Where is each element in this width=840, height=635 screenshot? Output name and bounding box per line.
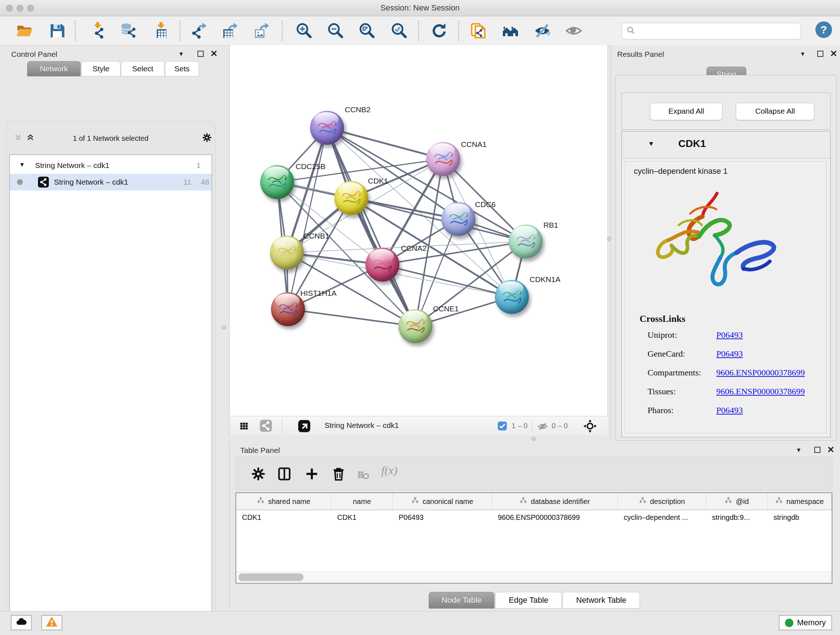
results-panel-float-icon[interactable] (817, 51, 823, 57)
columns-icon[interactable] (276, 466, 292, 483)
network-collection-row[interactable]: ▼ String Network – cdk1 1 (10, 157, 212, 174)
import-network-icon[interactable] (90, 22, 107, 40)
crosslink-link[interactable]: 9606.ENSP00000378699 (716, 368, 805, 378)
export-network-icon[interactable] (191, 22, 208, 40)
network-view-canvas[interactable]: CCNB2 CCNA1 CDC25B CDK1 CDC6 RB1 (229, 45, 608, 416)
network-node-ccna1[interactable] (426, 142, 460, 176)
table-cell[interactable]: 9606.ENSP00000378699 (492, 510, 618, 525)
search-box[interactable] (622, 23, 801, 40)
network-node-cdc25b[interactable] (260, 165, 294, 199)
import-table-icon[interactable] (153, 22, 171, 40)
export-image-icon[interactable] (253, 22, 271, 40)
table-row[interactable]: CDK1CDK1P064939606.ENSP00000378699cyclin… (236, 510, 832, 525)
hide-unhide-icon[interactable] (534, 22, 551, 40)
network-edge[interactable] (327, 128, 415, 326)
scrollbar-thumb[interactable] (238, 573, 303, 581)
tab-sets[interactable]: Sets (165, 61, 199, 76)
tab-style[interactable]: Style (81, 61, 120, 76)
table-panel-close-icon[interactable] (827, 446, 834, 454)
bottom-splitter-handle[interactable] (531, 437, 536, 441)
table-cell[interactable]: P06493 (393, 510, 492, 525)
open-folder-icon[interactable] (16, 22, 33, 40)
control-panel-menu-icon[interactable]: ▾ (180, 50, 183, 58)
houses-icon[interactable] (502, 22, 519, 40)
network-options-gear-icon[interactable] (202, 132, 212, 144)
hidden-eye-icon[interactable] (537, 421, 548, 433)
column-header--id[interactable]: @id (706, 493, 767, 510)
zoom-out-icon[interactable] (327, 22, 344, 40)
delete-table-icon[interactable] (357, 468, 370, 483)
table-cell[interactable]: CDK1 (332, 510, 393, 525)
zoom-fit-icon[interactable] (358, 22, 376, 40)
birdseye-grid-icon[interactable] (238, 420, 250, 433)
crosslink-link[interactable]: P06493 (716, 405, 743, 415)
network-node-hist1h1a[interactable] (271, 292, 305, 326)
network-node-ccne1[interactable] (398, 309, 432, 343)
search-input[interactable] (638, 27, 801, 36)
tab-network[interactable]: Network (27, 61, 81, 76)
gene-section-header[interactable]: ▼ CDK1 (622, 131, 830, 158)
table-panel-float-icon[interactable] (814, 447, 821, 453)
show-eye-icon[interactable] (565, 22, 583, 40)
control-panel-close-icon[interactable] (210, 50, 218, 58)
results-panel-close-icon[interactable] (830, 50, 837, 58)
table-cell[interactable]: CDK1 (236, 510, 332, 525)
horizontal-scrollbar[interactable] (236, 572, 832, 583)
right-splitter-handle[interactable] (607, 237, 611, 241)
column-header-name[interactable]: name (332, 493, 393, 510)
export-table-icon[interactable] (222, 22, 239, 40)
column-header-namespace[interactable]: namespace (767, 493, 832, 510)
column-header-canonical-name[interactable]: canonical name (393, 493, 492, 510)
column-header-description[interactable]: description (618, 493, 706, 510)
collapse-all-button[interactable]: Collapse All (736, 103, 814, 120)
results-panel-menu-icon[interactable]: ▾ (801, 50, 805, 58)
refresh-icon[interactable] (431, 22, 448, 40)
tab-edge-table[interactable]: Edge Table (495, 592, 562, 608)
network-node-rb1[interactable] (508, 225, 543, 258)
control-panel-float-icon[interactable] (197, 51, 204, 57)
collapse-triangle-icon[interactable]: ▼ (648, 140, 654, 148)
expand-all-button[interactable]: Expand All (650, 103, 722, 120)
zoom-selected-icon[interactable] (390, 22, 408, 40)
collapse-triangle-icon[interactable]: ▼ (19, 162, 25, 168)
import-database-icon[interactable] (120, 22, 137, 40)
table-panel-menu-icon[interactable]: ▾ (797, 446, 801, 454)
network-node-ccna2[interactable] (365, 248, 399, 282)
save-session-icon[interactable] (49, 22, 66, 40)
node-table[interactable]: shared namenamecanonical namedatabase id… (235, 492, 832, 584)
warning-button[interactable] (41, 615, 62, 630)
network-node-cdc6[interactable] (441, 202, 475, 236)
navigate-crosshair-icon[interactable] (583, 419, 597, 435)
crosslink-link[interactable]: P06493 (716, 330, 743, 340)
network-row-selected[interactable]: String Network – cdk1 11 48 (10, 174, 212, 190)
left-splitter-handle[interactable] (222, 325, 226, 330)
tab-select[interactable]: Select (121, 61, 164, 76)
cloud-button[interactable] (11, 615, 32, 630)
open-in-window-icon[interactable] (297, 419, 311, 435)
add-icon[interactable] (304, 466, 320, 483)
column-header-shared-name[interactable]: shared name (236, 493, 332, 510)
crosslink-link[interactable]: 9606.ENSP00000378699 (716, 386, 805, 396)
memory-button[interactable]: Memory (779, 615, 832, 630)
network-share-icon[interactable] (259, 419, 272, 434)
network-node-ccnb2[interactable] (310, 111, 344, 145)
table-cell[interactable]: stringdb (767, 510, 832, 525)
clone-network-icon[interactable] (470, 22, 487, 40)
network-edge[interactable] (288, 309, 415, 326)
crosslink-link[interactable]: P06493 (716, 349, 743, 359)
table-cell[interactable]: stringdb:9... (706, 510, 767, 525)
column-header-database-identifier[interactable]: database identifier (492, 493, 618, 510)
zoom-in-icon[interactable] (295, 22, 313, 40)
help-button[interactable]: ? (815, 21, 832, 38)
network-edge[interactable] (288, 128, 327, 309)
tab-node-table[interactable]: Node Table (429, 592, 494, 608)
function-icon[interactable]: f(x) (381, 464, 397, 477)
network-node-cdkn1a[interactable] (495, 280, 529, 314)
trash-icon[interactable] (331, 466, 347, 483)
network-node-ccnb1[interactable] (270, 236, 304, 270)
network-node-cdk1[interactable] (334, 181, 368, 215)
selected-checkbox-icon[interactable] (497, 421, 507, 432)
gear-icon[interactable] (250, 466, 266, 483)
tab-network-table[interactable]: Network Table (562, 592, 640, 608)
table-cell[interactable]: cyclin–dependent ... (618, 510, 706, 525)
